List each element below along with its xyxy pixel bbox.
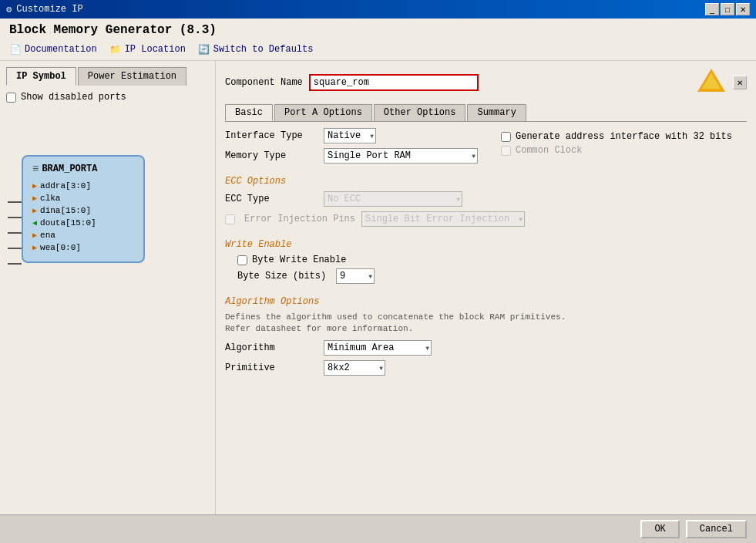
ecc-type-select[interactable]: No ECC Hamming ECC <box>324 191 462 207</box>
algo-section: Algorithm Options Defines the algorithm … <box>225 296 747 380</box>
bram-title: ≡ BRAM_PORTA <box>32 163 134 175</box>
toolbar-documentation[interactable]: 📄 Documentation <box>9 43 97 56</box>
port-arrow-dina: ▶ <box>32 206 37 215</box>
bram-port-wea: ▶ wea[0:0] <box>32 243 134 252</box>
bram-box: ≡ BRAM_PORTA ▶ addra[3:0] ▶ clka ▶ dina[… <box>22 155 145 263</box>
bram-port-ena: ▶ ena <box>32 231 134 240</box>
basic-right-col: Generate address interface with 32 bits … <box>501 128 732 168</box>
inner-tab-basic[interactable]: Basic <box>225 104 273 121</box>
primitive-select[interactable]: 8kx2 8kx1 4kx2 <box>324 360 385 376</box>
tab-power-estimation[interactable]: Power Estimation <box>78 67 186 86</box>
interface-type-select[interactable]: Native AXI4 <box>324 128 376 143</box>
doc-icon: 📄 <box>9 43 22 56</box>
inner-tab-other-options[interactable]: Other Options <box>374 104 466 121</box>
generate-address-checkbox[interactable] <box>501 132 511 142</box>
generate-address-row: Generate address interface with 32 bits <box>501 131 732 142</box>
component-name-label: Component Name <box>225 77 303 88</box>
port-arrow-ena: ▶ <box>32 231 37 240</box>
main-content: IP Symbol Power Estimation Show disabled… <box>0 61 756 514</box>
app-title: Block Memory Generator (8.3) <box>9 23 747 37</box>
byte-size-select[interactable]: 9 8 <box>336 268 375 284</box>
component-name-input[interactable] <box>309 74 479 91</box>
ecc-type-select-container: No ECC Hamming ECC <box>324 191 462 207</box>
generate-address-label: Generate address interface with 32 bits <box>516 131 732 142</box>
port-arrow-douta: ◀ <box>32 218 37 228</box>
bottom-bar: OK Cancel <box>0 514 756 543</box>
algo-desc: Defines the algorithm used to concatenat… <box>225 312 747 336</box>
algo-section-title: Algorithm Options <box>225 296 747 307</box>
inner-tabs: Basic Port A Options Other Options Summa… <box>225 104 747 122</box>
ecc-type-row: ECC Type No ECC Hamming ECC <box>225 191 747 207</box>
port-arrow-wea: ▶ <box>32 243 37 252</box>
error-injection-row: Error Injection Pins Single Bit Error In… <box>225 211 747 227</box>
memory-type-select-container: Single Port RAM Simple Dual Port RAM Tru… <box>324 148 478 164</box>
ecc-section-title: ECC Options <box>225 176 747 187</box>
memory-type-row: Memory Type Single Port RAM Simple Dual … <box>225 148 478 164</box>
primitive-select-container: 8kx2 8kx1 4kx2 <box>324 360 385 376</box>
maximize-button[interactable]: □ <box>721 3 734 15</box>
minimize-button[interactable]: _ <box>705 3 719 15</box>
byte-size-row: Byte Size (bits) 9 8 <box>237 268 747 284</box>
error-injection-label: Error Injection Pins <box>244 214 355 224</box>
write-section-title: Write Enable <box>225 239 747 250</box>
toolbar: 📄 Documentation 📁 IP Location 🔄 Switch t… <box>9 42 747 57</box>
bram-port-clka: ▶ clka <box>32 194 134 203</box>
algorithm-label: Algorithm <box>225 342 318 353</box>
basic-left-col: Interface Type Native AXI4 Memory Type <box>225 128 478 168</box>
left-panel-tabs: IP Symbol Power Estimation <box>6 67 209 86</box>
algorithm-select[interactable]: Minimum Area Low Power Fixed Primitive <box>324 340 432 356</box>
close-button[interactable]: ✕ <box>736 3 750 15</box>
bram-port-douta: ◀ douta[15:0] <box>32 218 134 228</box>
symbol-tab-content: Show disabled ports <box>6 86 209 109</box>
port-arrow-clka: ▶ <box>32 194 37 203</box>
error-injection-select-container: Single Bit Error Injection Single Error … <box>361 211 525 227</box>
left-panel: IP Symbol Power Estimation Show disabled… <box>0 61 216 514</box>
byte-write-enable-checkbox[interactable] <box>237 255 247 265</box>
toolbar-ip-location[interactable]: 📁 IP Location <box>109 43 186 56</box>
title-bar: ⚙ Customize IP _ □ ✕ <box>0 0 756 19</box>
common-clock-checkbox[interactable] <box>501 146 511 156</box>
refresh-icon: 🔄 <box>198 43 210 56</box>
inner-tab-summary[interactable]: Summary <box>467 104 526 121</box>
toolbar-documentation-label: Documentation <box>25 44 97 55</box>
memory-type-select[interactable]: Single Port RAM Simple Dual Port RAM Tru… <box>324 148 478 164</box>
show-disabled-ports-row: Show disabled ports <box>6 92 209 103</box>
folder-icon: 📁 <box>109 43 122 56</box>
ecc-section: ECC Options ECC Type No ECC Hamming ECC … <box>225 176 747 231</box>
window-body: Block Memory Generator (8.3) 📄 Documenta… <box>0 19 756 543</box>
common-clock-label: Common Clock <box>516 145 582 156</box>
title-bar-controls: _ □ ✕ <box>705 3 750 15</box>
show-disabled-ports-label: Show disabled ports <box>21 92 126 103</box>
port-arrow-addra: ▶ <box>32 181 37 191</box>
error-injection-select[interactable]: Single Bit Error Injection Single Error … <box>361 211 525 227</box>
primitive-row: Primitive 8kx2 8kx1 4kx2 <box>225 360 747 376</box>
memory-type-label: Memory Type <box>225 150 318 161</box>
toolbar-switch-defaults[interactable]: 🔄 Switch to Defaults <box>198 43 314 56</box>
inner-tab-port-a-options[interactable]: Port A Options <box>274 104 372 121</box>
interface-type-select-container: Native AXI4 <box>324 128 376 143</box>
ok-button[interactable]: OK <box>640 520 679 538</box>
component-name-row: Component Name ✕ <box>225 67 747 98</box>
right-panel: Component Name ✕ Basic Port A Options <box>216 61 756 514</box>
common-clock-row: Common Clock <box>501 145 732 156</box>
bram-port-addra: ▶ addra[3:0] <box>32 181 134 191</box>
write-section: Write Enable Byte Write Enable Byte Size… <box>225 239 747 288</box>
byte-size-select-container: 9 8 <box>336 268 375 284</box>
error-injection-checkbox[interactable] <box>225 214 235 224</box>
tab-ip-symbol[interactable]: IP Symbol <box>6 67 76 86</box>
ecc-type-label: ECC Type <box>225 194 318 204</box>
bram-port-dina: ▶ dina[15:0] <box>32 206 134 215</box>
byte-size-label: Byte Size (bits) <box>237 271 330 282</box>
byte-write-enable-label: Byte Write Enable <box>252 255 346 265</box>
title-bar-title: Customize IP <box>16 4 82 15</box>
app-icon: ⚙ <box>6 4 12 15</box>
byte-write-enable-row: Byte Write Enable <box>237 255 747 265</box>
show-disabled-ports-checkbox[interactable] <box>6 93 16 103</box>
toolbar-switch-defaults-label: Switch to Defaults <box>213 44 314 55</box>
primitive-label: Primitive <box>225 363 318 373</box>
cancel-button[interactable]: Cancel <box>686 520 747 538</box>
clear-name-button[interactable]: ✕ <box>733 76 747 89</box>
algorithm-row: Algorithm Minimum Area Low Power Fixed P… <box>225 340 747 356</box>
title-bar-left: ⚙ Customize IP <box>6 4 83 15</box>
toolbar-ip-location-label: IP Location <box>125 44 186 55</box>
